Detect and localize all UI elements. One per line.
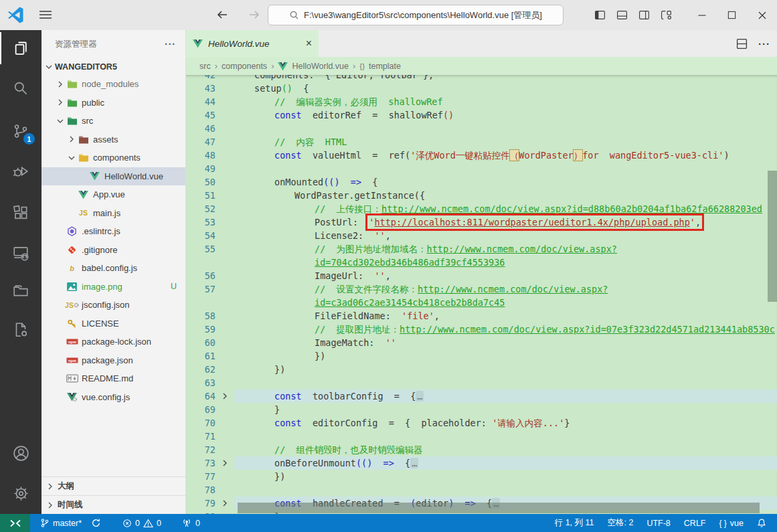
horizontal-scrollbar[interactable] [238,503,760,513]
tree-item-LICENSE[interactable]: LICENSE [41,315,185,333]
window-minimize-button[interactable] [687,0,717,30]
code-line-72[interactable]: 72// 组件销毁时，也及时销毁编辑器 [186,443,777,456]
sidebar-panel-0[interactable]: 大纲 [41,476,185,495]
remote-explorer-icon[interactable] [0,237,41,269]
split-editor-icon[interactable] [736,38,748,50]
tree-item-jsconfig.json[interactable]: JSjsconfig.json [41,296,185,315]
breadcrumb-src[interactable]: src [199,62,211,71]
eol-item[interactable]: CRLF [677,514,713,532]
editor-more-actions-icon[interactable]: ··· [758,38,770,50]
search-sidebar-icon[interactable] [0,72,41,104]
indentation-item[interactable]: 空格: 2 [601,514,640,532]
tab-helloworld-vue[interactable]: HelloWorld.vue × [186,30,319,57]
code-line-53[interactable]: 53PostUrl: 'http://localhost:811/wordpas… [186,215,777,229]
window-close-button[interactable] [747,0,777,30]
code-line-55[interactable]: 55// 为图片地址增加域名：http://www.ncmem.com/doc/… [186,242,777,256]
tree-item-src[interactable]: src [41,112,185,130]
git-branch-item[interactable]: master* [35,514,86,532]
encoding-item[interactable]: UTF-8 [640,514,677,532]
code-line-59[interactable]: 59// 提取图片地址：http://www.ncmem.com/doc/vie… [186,323,777,336]
tab-close-icon[interactable]: × [306,38,312,49]
tree-item-.gitignore[interactable]: .gitignore [41,241,185,260]
tree-item-babel.config.js[interactable]: bbabel.config.js [41,259,185,278]
tree-item-HelloWorld.vue[interactable]: HelloWorld.vue [41,167,185,186]
code-line-50[interactable]: 50onMounted(() => { [186,175,777,189]
code-line-62[interactable]: 62}) [186,363,777,376]
extensions-icon[interactable] [0,197,41,229]
folders-icon[interactable] [0,274,41,306]
toggle-panel-icon[interactable] [611,0,633,30]
nav-back-icon[interactable] [215,8,229,21]
explorer-icon[interactable] [0,32,41,64]
tree-item-.eslintrc.js[interactable]: .eslintrc.js [41,222,185,241]
code-line-56[interactable]: 56ImageUrl: '', [186,269,777,282]
breadcrumb-components[interactable]: components [222,62,267,71]
code-line-42[interactable]: 42components: { Editor, Toolbar }, [186,75,777,82]
code-line-71[interactable]: 71 [186,430,777,443]
code-line-63[interactable]: 63 [186,376,777,389]
tree-item-public[interactable]: public [41,94,185,112]
breadcrumb-symbol[interactable]: template [369,62,401,71]
code-line-52[interactable]: 52// 上传接口：http://www.ncmem.com/doc/view.… [186,202,777,215]
nav-forward-icon[interactable] [248,8,261,21]
chevron-down-icon[interactable] [55,118,66,124]
window-maximize-button[interactable] [717,0,747,30]
run-debug-icon[interactable] [0,155,41,187]
chevron-right-icon[interactable] [66,136,77,143]
code-line-45[interactable]: 45const editorRef = shallowRef() [186,108,777,122]
settings-gear-icon[interactable] [0,477,41,509]
code-line-48[interactable]: 48const valueHtml = ref('泽优Word一键粘贴控件（Wo… [186,149,777,162]
explorer-more-actions[interactable]: ··· [165,39,176,50]
code-line-77[interactable]: 77}) [186,470,777,483]
menu-hamburger-icon[interactable] [39,10,52,19]
fold-chevron-icon[interactable] [215,389,234,403]
tree-item-main.js[interactable]: JSmain.js [41,204,185,223]
tree-item-components[interactable]: components [41,149,185,167]
breadcrumb-file[interactable]: HelloWorld.vue [292,62,349,71]
command-center-search[interactable]: F:\vue3\wangEditor5\src\components\Hello… [268,5,564,25]
tree-item-README.md[interactable]: README.md [41,369,185,388]
ports-item[interactable]: 0 [177,514,205,532]
code-line-54[interactable]: 54License2: '', [186,229,777,242]
code-line-60[interactable]: 60ImageMatch: '' [186,336,777,349]
code-line-47[interactable]: 47// 内容 HTML [186,135,777,149]
code-line-73[interactable]: 73onBeforeUnmount(() => {… [186,456,777,470]
code-line-49[interactable]: 49 [186,162,777,175]
tree-item-package-lock.json[interactable]: npmpackage-lock.json [41,333,185,351]
code-line-44[interactable]: 44// 编辑器实例，必须用 shallowRef [186,95,777,108]
sync-button[interactable] [86,514,106,532]
code-line-58[interactable]: 58FileFieldName: 'file', [186,309,777,323]
problems-item[interactable]: 0 0 [118,514,166,532]
project-manager-icon[interactable] [0,314,41,346]
tree-item-assets[interactable]: assets [41,130,185,149]
toggle-secondary-sidebar-icon[interactable] [633,0,655,30]
code-line-78[interactable]: 78 [186,483,777,497]
code-line-51[interactable]: 51WordPaster.getInstance({ [186,189,777,202]
tree-item-package.json[interactable]: npmpackage.json [41,351,185,370]
code-line-wrap[interactable]: id=704cd302ebd346b486adf39cf4553936 [186,256,777,269]
project-root-wangeditor5[interactable]: WANGEDITOR5 [41,58,185,75]
tree-item-image.png[interactable]: image.pngU [41,278,185,296]
customize-layout-icon[interactable] [655,0,677,30]
toggle-primary-sidebar-icon[interactable] [589,0,611,30]
code-line-70[interactable]: 70const editorConfig = { placeholder: '请… [186,416,777,430]
fold-chevron-icon[interactable] [215,497,234,510]
tree-item-node_modules[interactable]: node_modules [41,75,185,94]
code-line-43[interactable]: 43setup() { [186,82,777,95]
vertical-scrollbar[interactable] [768,171,777,302]
cursor-position-item[interactable]: 行 1, 列 11 [548,514,601,532]
code-editor[interactable]: 42components: { Editor, Toolbar },43setu… [186,75,777,514]
notifications-bell-icon[interactable] [750,514,773,532]
source-control-icon[interactable]: 1 [0,115,41,147]
code-line-46[interactable]: 46 [186,122,777,135]
chevron-down-icon[interactable] [66,155,77,161]
code-line-61[interactable]: 61}) [186,349,777,363]
code-line-57[interactable]: 57// 设置文件字段名称：http://www.ncmem.com/doc/v… [186,282,777,296]
account-icon[interactable] [0,437,41,469]
fold-chevron-icon[interactable] [215,456,234,470]
chevron-right-icon[interactable] [55,99,66,106]
tree-item-App.vue[interactable]: App.vue [41,185,185,204]
remote-indicator[interactable] [0,514,30,532]
tree-item-vue.config.js[interactable]: vue.config.js [41,388,185,407]
code-line-64[interactable]: 64const toolbarConfig = {… [186,389,777,403]
